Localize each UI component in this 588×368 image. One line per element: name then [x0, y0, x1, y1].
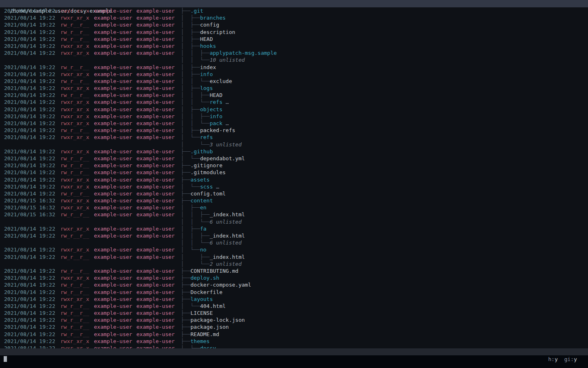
file-row[interactable]: 2021/08/14 19:22rwxr_xr_xexample-userexa… — [0, 49, 588, 56]
file-permissions: rwxr_xr_x — [60, 338, 89, 345]
file-row[interactable]: 2021/08/14 19:22rwxr_xr_xexample-userexa… — [0, 113, 588, 120]
tree-branch-icon: │ ├── — [181, 127, 200, 133]
file-row[interactable]: 2021/08/14 19:22rw_r__r__example-userexa… — [0, 267, 588, 274]
tree-branch-icon: │ │ ├── — [181, 113, 209, 119]
flag-name: gi: — [564, 356, 574, 362]
file-row[interactable]: 2021/08/14 19:22rw_r__r__example-userexa… — [0, 190, 588, 197]
file-row[interactable]: 2021/08/14 19:22rwxr_xr_xexample-userexa… — [0, 246, 588, 253]
file-group: example-user — [136, 281, 175, 288]
file-row[interactable]: 2021/08/14 19:22rw_r__r__example-userexa… — [0, 169, 588, 176]
file-row[interactable]: 2021/08/14 19:22rwxr_xr_xexample-userexa… — [0, 183, 588, 190]
tree-branch-icon: │ │ ├── — [181, 211, 209, 218]
file-row[interactable]: 2021/08/14 19:22rw_r__r__example-userexa… — [0, 254, 588, 260]
file-row[interactable]: 2021/08/14 19:22rw_r__r__example-userexa… — [0, 36, 588, 43]
search-input-bar[interactable]: h:y gi:y — [0, 355, 588, 368]
file-row[interactable]: 2021/08/14 19:22rw_r__r__example-userexa… — [0, 232, 588, 239]
file-row[interactable]: 2021/08/14 19:22rwxr_xr_xexample-userexa… — [0, 274, 588, 281]
file-permissions: rw_r__r__ — [60, 310, 89, 316]
file-row[interactable]: 2021/08/15 16:32rwxr_xr_xexample-userexa… — [0, 204, 588, 211]
file-group: example-user — [136, 331, 175, 338]
file-date: 2021/08/14 19:22 — [4, 345, 55, 348]
file-row[interactable]: 2021/08/14 19:22rwxr_xr_xexample-userexa… — [0, 43, 588, 49]
tree-branch-icon: │ └── — [181, 155, 200, 162]
file-row[interactable]: 2021/08/14 19:22rw_r__r__example-userexa… — [0, 155, 588, 162]
file-row[interactable]: 2021/08/14 19:22rw_r__r__example-userexa… — [0, 331, 588, 338]
file-group: example-user — [136, 127, 175, 134]
file-row[interactable]: 2021/08/15 16:32rw_r__r__example-userexa… — [0, 211, 588, 218]
file-row[interactable]: 2021/08/14 19:22rw_r__r__example-userexa… — [0, 310, 588, 316]
file-row[interactable]: 2021/08/14 19:22rwxr_xr_xexample-userexa… — [0, 120, 588, 127]
file-owner: example-user — [94, 148, 132, 155]
file-row[interactable]: 2021/08/14 19:22rwxr_xr_xexample-userexa… — [0, 14, 588, 21]
flag-gi[interactable]: gi:y — [564, 356, 577, 362]
tree-entry: │ └──scss … — [181, 183, 219, 190]
tree-entry: │ ├──objects — [181, 106, 223, 113]
file-name: hooks — [200, 43, 216, 49]
file-row[interactable]: 2021/08/14 19:22rwxr_xr_xexample-userexa… — [0, 345, 588, 348]
file-permissions: rw_r__r__ — [60, 29, 89, 36]
file-row[interactable]: 2021/08/14 19:22rw_r__r__example-userexa… — [0, 162, 588, 169]
tree-entry: │ ├──logs — [181, 85, 213, 92]
tree-branch-icon: ├── — [181, 162, 190, 168]
file-name: package-lock.json — [190, 317, 245, 323]
file-row[interactable]: 2021/08/14 19:22rwxr_xr_xexample-userexa… — [0, 106, 588, 113]
file-date: 2021/08/14 19:22 — [4, 225, 55, 232]
file-owner: example-user — [94, 176, 132, 183]
file-group: example-user — [136, 43, 175, 49]
file-row[interactable]: 2021/08/14 19:22rwxr_xr_xexample-userexa… — [0, 296, 588, 303]
file-row[interactable]: 2021/08/14 19:22rw_r__r__example-userexa… — [0, 303, 588, 310]
file-group: example-user — [136, 274, 175, 281]
file-row[interactable]: 2021/08/14 19:22rwxr_xr_xexample-userexa… — [0, 71, 588, 78]
tree-branch-icon: │ ├── — [181, 226, 200, 232]
file-owner: example-user — [94, 64, 132, 71]
tree-branch-icon: ├── — [181, 296, 190, 302]
file-row[interactable]: 2021/08/14 19:22rw_r__r__example-userexa… — [0, 21, 588, 28]
file-group: example-user — [136, 106, 175, 113]
file-owner: example-user — [94, 92, 132, 99]
file-row[interactable]: 2021/08/14 19:22rw_r__r__example-userexa… — [0, 323, 588, 330]
file-owner: example-user — [94, 21, 132, 28]
file-date: 2021/08/14 19:22 — [4, 331, 55, 338]
tree-entry: │ ├──description — [181, 29, 235, 36]
file-row[interactable]: 2021/08/14 19:22rw_r__r__example-userexa… — [0, 316, 588, 323]
file-name: deploy.sh — [190, 275, 219, 281]
flag-h[interactable]: h:y — [548, 356, 558, 362]
file-permissions: rwxr_xr_x — [60, 225, 89, 232]
tree-branch-icon: ├── — [181, 310, 190, 316]
file-group: example-user — [136, 148, 175, 155]
tree-entry: ├──config.toml — [181, 190, 226, 197]
file-row[interactable]: 2021/08/14 19:22rw_r__r__example-userexa… — [0, 78, 588, 85]
file-row[interactable]: 2021/08/14 19:22rwxr_xr_xexample-userexa… — [0, 7, 588, 14]
file-group: example-user — [136, 64, 175, 71]
file-row[interactable]: 2021/08/14 19:22rwxr_xr_xexample-userexa… — [0, 148, 588, 155]
tree-branch-icon: │ ├── — [181, 22, 200, 28]
tree-entry: │ │ └──6 unlisted — [181, 218, 242, 225]
file-row[interactable]: 2021/08/14 19:22rwxr_xr_xexample-userexa… — [0, 338, 588, 345]
file-row[interactable]: 2021/08/14 19:22rwxr_xr_xexample-userexa… — [0, 176, 588, 183]
file-row[interactable]: 2021/08/14 19:22rw_r__r__example-userexa… — [0, 127, 588, 134]
file-owner: example-user — [94, 113, 132, 120]
file-owner: example-user — [94, 78, 132, 85]
file-owner: example-user — [94, 197, 132, 204]
file-row[interactable]: 2021/08/14 19:22rwxr_xr_xexample-userexa… — [0, 225, 588, 232]
file-group: example-user — [136, 303, 175, 310]
file-row[interactable]: 2021/08/14 19:22rw_r__r__example-userexa… — [0, 92, 588, 99]
file-owner: example-user — [94, 169, 132, 176]
file-row[interactable]: 2021/08/14 19:22rw_r__r__example-userexa… — [0, 29, 588, 36]
file-permissions: rwxr_xr_x — [60, 113, 89, 120]
file-date: 2021/08/14 19:22 — [4, 281, 55, 288]
truncation-ellipsis: … — [223, 99, 229, 105]
file-row[interactable]: 2021/08/14 19:22rwxr_xr_xexample-userexa… — [0, 99, 588, 105]
file-row[interactable]: 2021/08/15 16:32rwxr_xr_xexample-userexa… — [0, 197, 588, 204]
file-row[interactable]: 2021/08/14 19:22rw_r__r__example-userexa… — [0, 289, 588, 296]
file-row[interactable]: 2021/08/14 19:22rw_r__r__example-userexa… — [0, 64, 588, 71]
file-date: 2021/08/14 19:22 — [4, 254, 55, 260]
file-row[interactable]: 2021/08/14 19:22rwxr_xr_xexample-userexa… — [0, 85, 588, 92]
file-row[interactable]: 2021/08/14 19:22rw_r__r__example-userexa… — [0, 281, 588, 288]
tree-entry: │ │ └──pack … — [181, 120, 229, 127]
tree-branch-icon: ├── — [181, 268, 190, 274]
file-row[interactable]: 2021/08/14 19:22rwxr_xr_xexample-userexa… — [0, 134, 588, 141]
file-name: applypatch-msg.sample — [209, 50, 276, 56]
tree-branch-icon: │ ├── — [181, 106, 200, 112]
file-owner: example-user — [94, 14, 132, 21]
